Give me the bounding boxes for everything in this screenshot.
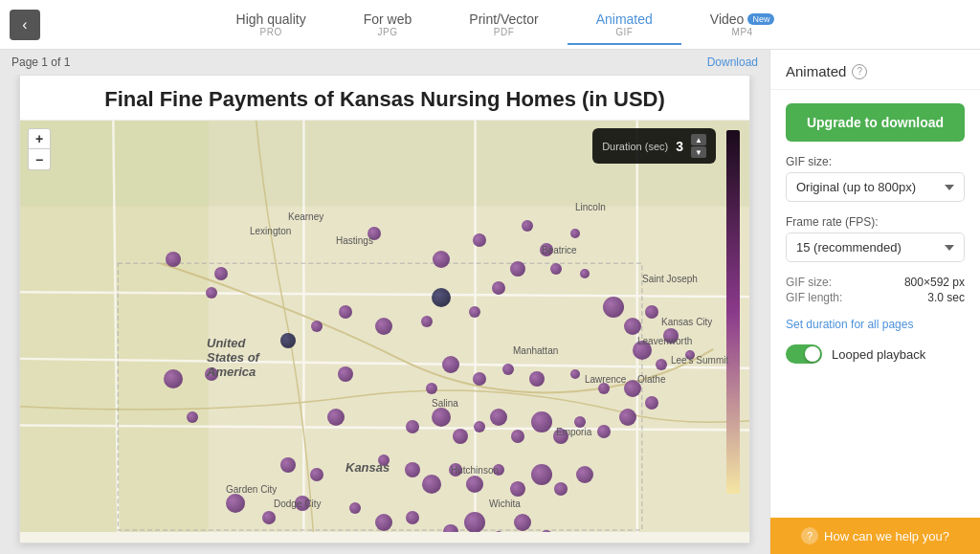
map-dot	[493, 464, 504, 476]
map-dot	[554, 482, 568, 496]
map-zoom-controls: + −	[28, 128, 51, 170]
upgrade-button[interactable]: Upgrade to download	[786, 103, 965, 142]
map-dot	[645, 396, 658, 410]
looped-toggle[interactable]	[786, 344, 822, 364]
map-dot	[510, 481, 525, 497]
map-dot	[473, 372, 486, 386]
duration-decrease-button[interactable]: ▼	[691, 146, 706, 158]
panel-body: Upgrade to download GIF size: Original (…	[770, 90, 980, 518]
tab-animated[interactable]: Animated GIF	[568, 4, 681, 45]
map-dot	[656, 359, 667, 370]
map-dot	[597, 425, 611, 438]
map-dot	[531, 464, 552, 485]
map-dot	[510, 261, 525, 277]
map-dot	[464, 512, 485, 532]
map-dot	[453, 429, 468, 444]
zoom-out-button[interactable]: −	[28, 149, 51, 170]
map-dot	[327, 409, 345, 426]
map-dot	[187, 411, 198, 423]
frame-rate-label: Frame rate (FPS):	[786, 215, 965, 229]
tab-print-vector-label: Print/Vector	[469, 11, 538, 27]
map-dot	[280, 333, 296, 348]
map-title: Final Fine Payments of Kansas Nursing Ho…	[20, 76, 749, 121]
map-dot	[553, 429, 568, 444]
tab-print-vector[interactable]: Print/Vector PDF	[440, 4, 567, 45]
map-dot	[375, 514, 392, 531]
map-dot	[311, 321, 323, 332]
tab-for-web-label: For web	[364, 11, 412, 27]
map-dot	[375, 318, 392, 335]
help-label: How can we help you?	[824, 529, 949, 543]
map-dot	[663, 328, 679, 343]
map-content: + − Duration (sec) 3 ▲ ▼	[20, 121, 749, 532]
duration-value: 3	[676, 139, 683, 154]
main-content: Page 1 of 1 Download Final Fine Payments…	[0, 50, 980, 554]
map-dot	[421, 316, 433, 327]
tab-video-sub: MP4	[732, 27, 753, 37]
tab-high-quality-label: High quality	[236, 11, 306, 27]
map-dot	[166, 252, 181, 267]
gif-length-label: GIF length:	[786, 291, 842, 304]
tab-for-web[interactable]: For web JPG	[335, 4, 441, 45]
gif-size-info-value: 800×592 px	[904, 276, 965, 289]
looped-playback-row: Looped playback	[786, 344, 965, 364]
map-dot	[619, 409, 636, 426]
map-dot	[492, 281, 505, 295]
map-dot	[433, 251, 450, 268]
set-duration-link[interactable]: Set duration for all pages	[786, 318, 965, 331]
map-dot	[570, 369, 580, 379]
duration-label: Duration (sec)	[602, 141, 668, 152]
map-dot	[164, 369, 183, 388]
map-dot	[576, 466, 593, 483]
map-dot	[570, 229, 580, 238]
map-dot	[522, 220, 533, 232]
frame-rate-select[interactable]: 15 (recommended)	[786, 233, 965, 262]
back-button[interactable]: ‹	[10, 10, 40, 40]
toggle-knob	[805, 346, 820, 362]
map-dot	[624, 318, 641, 335]
map-dot	[624, 380, 641, 397]
canvas-wrapper: Final Fine Payments of Kansas Nursing Ho…	[0, 75, 769, 554]
gif-size-info-label: GIF size:	[786, 276, 832, 289]
map-dot	[466, 476, 483, 493]
map-dot	[405, 462, 420, 477]
top-nav: ‹ High quality PRO For web JPG Print/Vec…	[0, 0, 980, 50]
map-dot	[633, 341, 652, 360]
map-dot	[338, 366, 353, 382]
gif-info: GIF size: 800×592 px GIF length: 3.0 sec	[786, 276, 965, 304]
map-dot	[474, 421, 485, 432]
map-dot	[214, 267, 228, 280]
map-dot	[529, 371, 545, 387]
tab-print-vector-sub: PDF	[494, 27, 515, 37]
duration-increase-button[interactable]: ▲	[691, 134, 706, 145]
download-link[interactable]: Download	[707, 55, 758, 69]
map-dot	[310, 468, 323, 481]
map-dot	[469, 306, 480, 318]
map-dot	[339, 305, 352, 319]
map-dot	[432, 408, 451, 427]
tab-animated-sub: GIF	[615, 27, 633, 37]
help-bar[interactable]: ? How can we help you?	[770, 518, 980, 554]
info-icon[interactable]: ?	[852, 64, 867, 79]
map-dot	[473, 233, 486, 247]
tab-video[interactable]: Video New MP4	[681, 4, 804, 45]
gif-size-select[interactable]: Original (up to 800px)	[786, 172, 965, 202]
duration-stepper: ▲ ▼	[691, 134, 706, 158]
map-dot	[645, 305, 658, 319]
page-info-bar: Page 1 of 1 Download	[0, 50, 769, 75]
map-dot	[685, 350, 695, 360]
tab-for-web-sub: JPG	[378, 27, 398, 37]
gif-size-label: GIF size:	[786, 155, 965, 168]
map-dot	[426, 383, 437, 394]
map-dot	[422, 475, 441, 494]
tab-high-quality[interactable]: High quality PRO	[208, 4, 335, 45]
zoom-in-button[interactable]: +	[28, 128, 51, 149]
map-dot	[378, 454, 390, 466]
frame-rate-field: Frame rate (FPS): 15 (recommended)	[786, 215, 965, 262]
map-dot	[574, 416, 586, 428]
tab-video-label: Video	[710, 11, 745, 27]
map-dot	[205, 367, 218, 381]
map-dot	[514, 514, 531, 531]
map-dot	[603, 297, 624, 318]
map-dot	[449, 463, 462, 476]
